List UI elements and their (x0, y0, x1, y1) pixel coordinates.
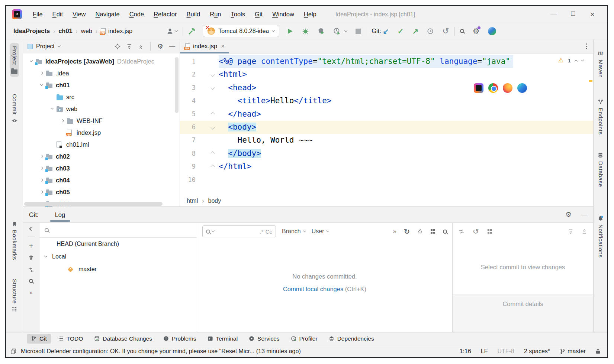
breadcrumb-web[interactable]: web (81, 27, 92, 35)
hide-panel-button[interactable]: — (169, 43, 175, 50)
stripe-item-structure[interactable]: Structure (10, 276, 19, 315)
expand-all-button[interactable] (126, 44, 132, 49)
vertical-scrollbar[interactable] (175, 57, 179, 113)
chrome-icon[interactable] (488, 83, 498, 93)
project-panel-title[interactable]: Project (36, 43, 55, 50)
code-line-1[interactable]: 1<%@ page contentType="text/html;charset… (180, 55, 593, 68)
code-line-3[interactable]: 3 <head> (180, 81, 593, 94)
fold-marker-icon[interactable] (196, 160, 219, 173)
branch-group-local[interactable]: Local (39, 250, 197, 263)
git-push-button[interactable]: ↗ (412, 27, 418, 35)
code-with-me-icon[interactable] (488, 27, 496, 35)
horizontal-scrollbar[interactable] (24, 202, 163, 206)
intellij-logo[interactable]: IJ (12, 9, 22, 19)
tree-chevron-icon[interactable] (37, 85, 46, 85)
lock-icon[interactable] (595, 348, 601, 354)
tree-chevron-icon[interactable] (48, 108, 57, 109)
stripe-item-bookmarks[interactable]: Bookmarks (10, 218, 19, 263)
tree-item-ch02[interactable]: ch02 (23, 150, 180, 162)
tool-window-button-problems[interactable]: Problems (159, 334, 200, 344)
branch-row-head[interactable]: HEAD (Current Branch) (39, 238, 197, 250)
git-log-tab[interactable]: Log (55, 211, 65, 218)
chevron-down-icon[interactable] (58, 44, 61, 47)
breadcrumb-index-jsp[interactable]: index.jsp (101, 27, 132, 35)
git-commit-button[interactable]: ✓ (398, 27, 404, 35)
code-editor-surface[interactable]: 1<%@ page contentType="text/html;charset… (180, 53, 593, 195)
branch-search-field[interactable] (39, 223, 197, 238)
git-settings-gear-icon[interactable]: ⚙ (565, 211, 572, 218)
tool-window-button-git[interactable]: Git (27, 334, 51, 344)
compare-branches-icon[interactable] (28, 267, 34, 273)
profiler-button[interactable] (333, 27, 341, 35)
git-branch-widget[interactable]: master (560, 348, 586, 355)
search-commits-icon[interactable] (443, 230, 447, 234)
warning-stripe-mark[interactable] (589, 80, 592, 82)
tree-item-ch03[interactable]: ch03 (23, 162, 180, 174)
tree-item-IdeaProjects-JavaWeb-[interactable]: IdeaProjects [JavaWeb]D:\IdeaProjec (23, 55, 180, 67)
breadcrumb-html[interactable]: html (187, 198, 198, 204)
code-line-6[interactable]: 6 <body> (180, 121, 593, 134)
build-project-button[interactable] (188, 27, 196, 35)
tree-chevron-icon[interactable] (27, 61, 36, 62)
close-button[interactable]: × (583, 10, 602, 19)
menu-run[interactable]: Run (205, 9, 226, 20)
line-separator[interactable]: LF (481, 348, 488, 355)
search-everywhere-button[interactable] (460, 29, 464, 33)
code-line-4[interactable]: 4 <title>Hello</title> (180, 94, 593, 107)
restore-windows-icon[interactable] (10, 348, 16, 354)
hide-git-panel-button[interactable]: — (581, 211, 587, 218)
indent-style[interactable]: 2 spaces* (524, 348, 550, 355)
breadcrumb-ch01[interactable]: ch01 (58, 27, 73, 35)
run-button[interactable] (287, 28, 293, 35)
menu-build[interactable]: Build (182, 9, 205, 20)
menu-help[interactable]: Help (299, 9, 321, 20)
maximize-button[interactable]: □ (563, 10, 583, 19)
fold-marker-icon[interactable] (196, 147, 219, 160)
tool-window-button-database-changes[interactable]: Database Changes (90, 334, 156, 344)
new-branch-icon[interactable]: + (29, 243, 33, 248)
tree-item-web[interactable]: web (23, 103, 180, 115)
merge-view-icon[interactable] (459, 229, 464, 234)
warning-count[interactable]: 1 (568, 57, 571, 64)
fold-marker-icon[interactable] (196, 108, 219, 121)
run-with-coverage-button[interactable] (318, 27, 325, 35)
code-line-7[interactable]: 7 Hello, World ∼∼∼ (180, 134, 593, 147)
breadcrumb-body[interactable]: body (208, 198, 221, 204)
minimize-button[interactable]: — (544, 10, 563, 19)
git-update-button[interactable]: ↙ (383, 27, 389, 35)
stripe-item-notifications[interactable]: Notifications (596, 212, 605, 261)
tree-chevron-icon[interactable] (37, 72, 46, 74)
menu-file[interactable]: File (28, 9, 48, 20)
editor-tab-index-jsp[interactable]: index.jsp × (180, 39, 229, 53)
menu-code[interactable]: Code (125, 9, 149, 20)
tool-window-button-services[interactable]: Services (245, 334, 283, 344)
tool-window-button-dependencies[interactable]: Dependencies (325, 334, 378, 344)
code-line-2[interactable]: 2<html> (180, 68, 593, 81)
tree-item-src[interactable]: src (23, 91, 180, 103)
firefox-icon[interactable] (503, 83, 512, 93)
previous-problem-icon[interactable] (575, 59, 578, 62)
fold-marker-icon[interactable] (196, 68, 219, 81)
branch-row-master[interactable]: master (39, 263, 197, 276)
caret-position[interactable]: 1:16 (460, 348, 471, 355)
tree-item-ch04[interactable]: ch04 (23, 174, 180, 186)
idea-browser-icon[interactable] (474, 83, 483, 93)
git-rollback-button[interactable]: ↺ (442, 27, 449, 35)
tree-item-index-jsp[interactable]: index.jsp (23, 127, 180, 139)
tree-item-ch01-iml[interactable]: ch01.iml (23, 139, 180, 150)
tree-item-WEB-INF[interactable]: WEB-INF (23, 115, 180, 127)
stripe-item-maven[interactable]: mMaven (596, 46, 605, 81)
menu-refactor[interactable]: Refactor (149, 9, 181, 20)
collapse-branches-icon[interactable] (29, 227, 33, 231)
more-tools-icon[interactable]: » (29, 289, 33, 296)
file-encoding[interactable]: UTF-8 (498, 348, 514, 355)
settings-button[interactable]: ⚙ (473, 27, 480, 35)
stripe-item-commit[interactable]: Commit (10, 91, 19, 127)
git-history-button[interactable] (427, 28, 434, 35)
undo-icon[interactable]: ↺ (473, 227, 479, 236)
stripe-item-project[interactable]: Project (10, 43, 19, 77)
expand-all-icon[interactable] (568, 229, 573, 234)
search-branches-icon[interactable] (29, 279, 33, 283)
tool-window-button-profiler[interactable]: Profiler (287, 334, 322, 344)
collapse-all-button[interactable] (138, 44, 144, 49)
